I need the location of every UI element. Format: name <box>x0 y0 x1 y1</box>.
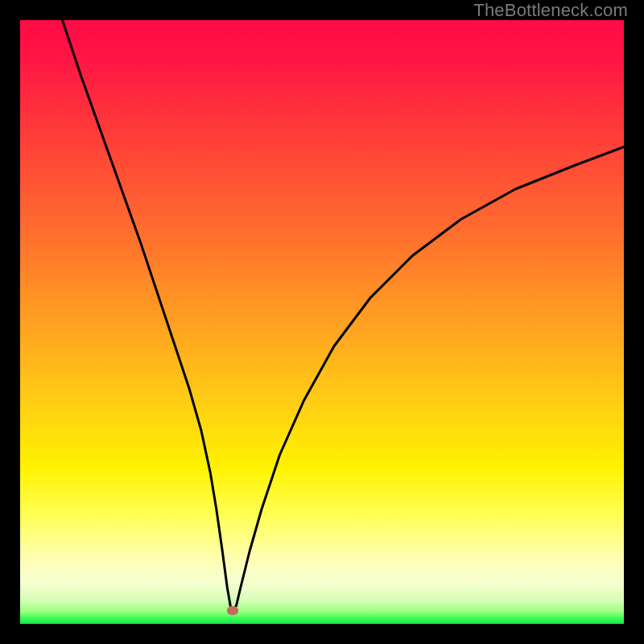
attribution-text: TheBottleneck.com <box>473 0 628 21</box>
optimal-point-marker <box>227 606 238 615</box>
chart-frame <box>20 20 624 624</box>
bottleneck-curve-path <box>63 20 625 612</box>
bottleneck-curve-svg <box>20 20 624 624</box>
